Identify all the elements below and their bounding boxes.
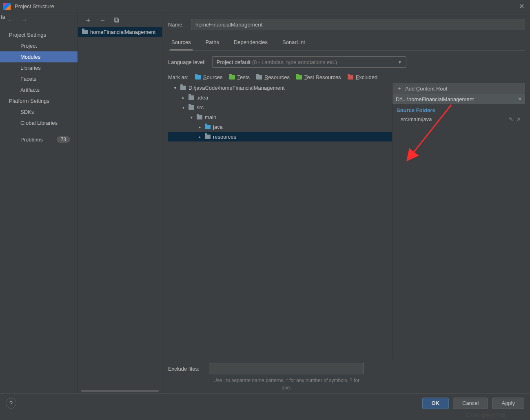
tree-label: resources	[213, 134, 236, 140]
tab-paths[interactable]: Paths	[204, 38, 221, 50]
language-level-label: Language level:	[168, 59, 206, 65]
tree-node[interactable]: ▸.idea	[168, 93, 392, 102]
tree-label: D:\javaCode\homeFinancialManagement	[188, 85, 285, 91]
exclude-files-label: Exclude files:	[168, 366, 204, 372]
tree-node[interactable]: ▾main	[168, 112, 392, 122]
nav-item-project[interactable]: Project	[0, 40, 78, 51]
project-settings-heading: Project Settings	[0, 29, 78, 40]
module-item[interactable]: homeFinancialManagement	[78, 27, 162, 37]
nav-item-global-libraries[interactable]: Global Libraries	[0, 117, 78, 128]
tree-label: main	[205, 114, 216, 120]
source-folders-heading: Source Folders	[393, 104, 525, 115]
folder-icon	[256, 75, 262, 80]
content-tabs: SourcesPathsDependenciesSonarLint	[168, 38, 525, 51]
truncated-left-label: fa	[0, 14, 6, 20]
exclude-hint: Use ; to separate name patterns, * for a…	[209, 377, 364, 391]
module-toolbar: ＋ － ⧉	[78, 13, 162, 27]
chevron-right-icon[interactable]: ▸	[197, 135, 202, 139]
nav-item-artifacts[interactable]: Artifacts	[0, 84, 78, 95]
nav-item-libraries[interactable]: Libraries	[0, 62, 78, 73]
dialog-footer: ? OK Cancel Apply	[0, 393, 530, 413]
folder-icon	[180, 86, 186, 90]
ok-button[interactable]: OK	[422, 398, 449, 409]
folder-icon	[229, 75, 235, 80]
module-list-panel: ＋ － ⧉ homeFinancialManagement	[78, 13, 162, 393]
nav-forward-icon[interactable]: →	[20, 16, 28, 24]
remove-icon[interactable]: ✕	[517, 116, 521, 122]
cancel-button[interactable]: Cancel	[453, 398, 488, 409]
nav-divider	[9, 131, 69, 131]
mark-resources[interactable]: Resources	[256, 74, 290, 80]
tree-node[interactable]: ▸java	[168, 122, 392, 132]
module-content: Name: SourcesPathsDependenciesSonarLint …	[162, 13, 530, 393]
mark-test-resources[interactable]: Test Resources	[296, 74, 341, 80]
folder-icon	[296, 75, 302, 80]
tab-dependencies[interactable]: Dependencies	[232, 38, 269, 50]
module-folder-icon	[82, 30, 88, 34]
language-level-value: Project default	[217, 59, 251, 65]
source-folder-path: src\main\java	[401, 116, 432, 122]
chevron-down-icon[interactable]: ▾	[172, 86, 178, 90]
tree-node[interactable]: ▾D:\javaCode\homeFinancialManagement	[168, 83, 392, 93]
language-level-dropdown[interactable]: Project default (8 - Lambdas, type annot…	[212, 56, 406, 68]
folder-icon	[188, 105, 194, 110]
tab-sonarlint[interactable]: SonarLint	[281, 38, 307, 50]
mark-tests[interactable]: Tests	[229, 74, 250, 80]
titlebar: Project Structure ✕	[0, 0, 530, 13]
close-icon[interactable]: ✕	[517, 2, 527, 11]
name-label: Name:	[168, 22, 191, 28]
mark-as-label: Mark as:	[168, 74, 188, 80]
watermark: CSDN @长筒不举	[466, 412, 506, 419]
tree-label: src	[197, 104, 204, 111]
app-icon	[3, 3, 11, 10]
help-button[interactable]: ?	[6, 398, 16, 409]
add-module-icon[interactable]: ＋	[84, 15, 92, 25]
chevron-down-icon[interactable]: ▾	[180, 105, 186, 110]
mark-excluded[interactable]: Excluded	[348, 74, 377, 80]
exclude-files-input[interactable]	[209, 363, 364, 374]
problems-count-badge: 73	[57, 136, 70, 143]
root-path-text: D:\...\homeFinancialManagement	[396, 96, 474, 102]
tab-sources[interactable]: Sources	[170, 38, 193, 51]
tree-node[interactable]: ▾src	[168, 102, 392, 112]
remove-root-icon[interactable]: ✕	[518, 96, 522, 102]
chevron-down-icon: ▼	[398, 60, 402, 64]
module-scrollbar[interactable]	[78, 389, 162, 393]
content-roots-panel: ＋ Add Content Root D:\...\homeFinancialM…	[392, 83, 525, 360]
content-root-path[interactable]: D:\...\homeFinancialManagement ✕	[393, 94, 525, 104]
settings-sidebar: ← → Project Settings ProjectModulesLibra…	[0, 13, 78, 393]
folder-icon	[205, 135, 211, 139]
edit-icon[interactable]: ✎	[509, 116, 513, 122]
module-name-input[interactable]	[191, 19, 525, 30]
tree-node[interactable]: ▸resources	[168, 132, 392, 141]
remove-module-icon[interactable]: －	[99, 15, 106, 25]
window-title: Project Structure	[15, 3, 54, 9]
tree-label: java	[213, 124, 223, 130]
nav-item-modules[interactable]: Modules	[0, 51, 78, 62]
main-area: ← → Project Settings ProjectModulesLibra…	[0, 13, 530, 393]
folder-icon	[197, 115, 202, 119]
chevron-down-icon[interactable]: ▾	[188, 115, 194, 119]
nav-item-facets[interactable]: Facets	[0, 73, 78, 84]
problems-label: Problems	[20, 137, 43, 143]
apply-button[interactable]: Apply	[492, 398, 524, 409]
folder-icon	[348, 75, 353, 80]
add-content-root-button[interactable]: ＋ Add Content Root	[393, 83, 525, 94]
nav-item-sdks[interactable]: SDKs	[0, 106, 78, 117]
nav-history-arrows: ← →	[0, 13, 78, 27]
plus-icon: ＋	[397, 85, 402, 92]
folder-icon	[195, 75, 201, 80]
nav-back-icon[interactable]: ←	[7, 16, 15, 24]
platform-settings-heading: Platform Settings	[0, 95, 78, 106]
language-level-hint: (8 - Lambdas, type annotations etc.)	[252, 59, 337, 65]
chevron-right-icon[interactable]: ▸	[197, 125, 202, 129]
chevron-right-icon[interactable]: ▸	[180, 95, 186, 100]
copy-module-icon[interactable]: ⧉	[114, 16, 119, 24]
mark-sources[interactable]: Sources	[195, 74, 223, 80]
sources-area: ▾D:\javaCode\homeFinancialManagement▸.id…	[168, 83, 525, 360]
module-name: homeFinancialManagement	[90, 29, 155, 35]
source-folder-item[interactable]: src\main\java✎✕	[393, 115, 525, 124]
folder-icon	[205, 125, 211, 129]
source-tree: ▾D:\javaCode\homeFinancialManagement▸.id…	[168, 83, 392, 360]
problems-row[interactable]: Problems 73	[0, 134, 78, 145]
